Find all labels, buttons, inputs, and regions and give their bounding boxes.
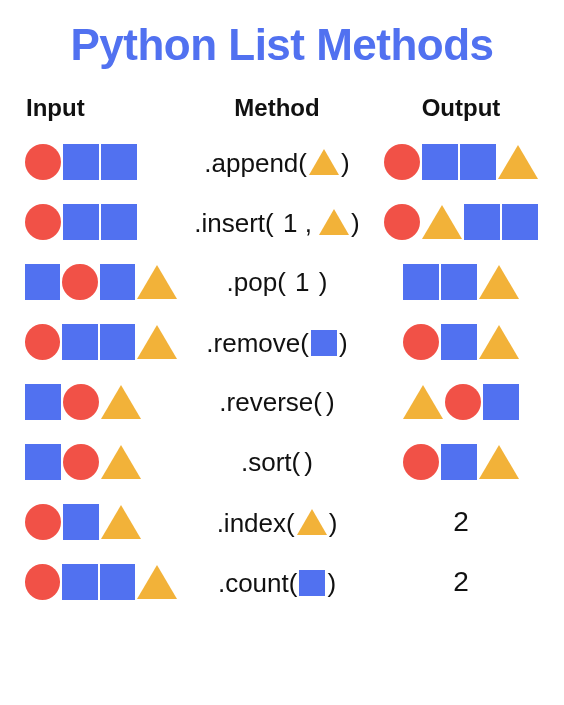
table-row: .index()2 xyxy=(18,492,546,552)
square-icon xyxy=(403,264,439,300)
method-text: .pop( 1 ) xyxy=(227,267,328,298)
circle-icon xyxy=(445,384,481,420)
output-cell: 2 xyxy=(376,566,546,598)
close-paren: ) xyxy=(327,568,336,598)
method-cell: .reverse() xyxy=(178,387,376,418)
square-icon xyxy=(62,324,97,360)
close-paren: ) xyxy=(319,267,328,297)
method-cell: .remove() xyxy=(178,326,376,359)
close-paren: ) xyxy=(341,148,350,178)
square-icon xyxy=(441,444,477,480)
circle-icon xyxy=(403,324,439,360)
method-arg-text: 1 xyxy=(288,267,317,297)
method-cell: .count() xyxy=(178,566,376,599)
open-paren: ( xyxy=(300,328,309,358)
triangle-icon xyxy=(422,205,462,239)
triangle-icon xyxy=(101,445,141,479)
square-icon xyxy=(311,330,337,356)
square-icon xyxy=(63,204,99,240)
triangle-icon xyxy=(101,385,141,419)
page: Python List Methods Input Method Output … xyxy=(0,0,564,612)
circle-icon xyxy=(25,564,60,600)
square-icon xyxy=(100,264,135,300)
input-cell xyxy=(18,564,178,600)
output-cell xyxy=(376,144,546,180)
triangle-icon xyxy=(137,265,177,299)
header-output: Output xyxy=(376,94,546,122)
square-icon xyxy=(101,204,137,240)
method-text: .remove() xyxy=(206,326,347,359)
circle-icon xyxy=(25,324,60,360)
output-text: 2 xyxy=(453,506,469,538)
open-paren: ( xyxy=(292,447,301,477)
circle-icon xyxy=(62,264,97,300)
circle-icon xyxy=(403,444,439,480)
input-cell xyxy=(18,384,178,420)
triangle-icon xyxy=(137,325,177,359)
square-icon xyxy=(464,204,500,240)
method-name: .index xyxy=(217,508,286,538)
close-paren: ) xyxy=(304,447,313,477)
output-cell xyxy=(376,444,546,480)
square-icon xyxy=(460,144,496,180)
circle-icon xyxy=(63,444,99,480)
rows-container: .append().insert( 1 , ).pop( 1 ).remove(… xyxy=(18,132,546,612)
square-icon xyxy=(63,504,99,540)
triangle-icon xyxy=(297,509,327,535)
close-paren: ) xyxy=(351,208,360,238)
triangle-icon xyxy=(101,505,141,539)
circle-icon xyxy=(25,144,61,180)
table-row: .pop( 1 ) xyxy=(18,252,546,312)
output-text: 2 xyxy=(453,566,469,598)
method-name: .insert xyxy=(194,208,265,238)
triangle-icon xyxy=(403,385,443,419)
square-icon xyxy=(441,264,477,300)
method-name: .remove xyxy=(206,328,300,358)
circle-icon xyxy=(25,504,61,540)
input-cell xyxy=(18,264,178,300)
triangle-icon xyxy=(137,565,177,599)
arg-separator: , xyxy=(305,208,319,238)
triangle-icon xyxy=(479,265,519,299)
output-cell: 2 xyxy=(376,506,546,538)
method-cell: .insert( 1 , ) xyxy=(178,206,376,239)
output-cell xyxy=(376,264,546,300)
open-paren: ( xyxy=(265,208,274,238)
square-icon xyxy=(101,144,137,180)
square-icon xyxy=(25,264,60,300)
triangle-icon xyxy=(498,145,538,179)
triangle-icon xyxy=(309,149,339,175)
method-arg-text: 1 xyxy=(276,208,305,238)
method-cell: .index() xyxy=(178,506,376,539)
close-paren: ) xyxy=(339,328,348,358)
header-method: Method xyxy=(178,94,376,122)
table-row: .reverse() xyxy=(18,372,546,432)
method-text: .index() xyxy=(217,506,338,539)
circle-icon xyxy=(384,144,420,180)
triangle-icon xyxy=(479,445,519,479)
square-icon xyxy=(62,564,97,600)
table-row: .remove() xyxy=(18,312,546,372)
square-icon xyxy=(483,384,519,420)
input-cell xyxy=(18,444,178,480)
output-cell xyxy=(376,204,546,240)
table-row: .sort() xyxy=(18,432,546,492)
square-icon xyxy=(25,444,61,480)
circle-icon xyxy=(25,204,61,240)
triangle-icon xyxy=(479,325,519,359)
output-cell xyxy=(376,384,546,420)
open-paren: ( xyxy=(298,148,307,178)
table-row: .count()2 xyxy=(18,552,546,612)
column-headers: Input Method Output xyxy=(18,94,546,122)
input-cell xyxy=(18,324,178,360)
method-name: .count xyxy=(218,568,289,598)
circle-icon xyxy=(384,204,420,240)
method-text: .append() xyxy=(204,146,349,179)
output-cell xyxy=(376,324,546,360)
square-icon xyxy=(422,144,458,180)
method-cell: .sort() xyxy=(178,447,376,478)
square-icon xyxy=(100,324,135,360)
method-name: .sort xyxy=(241,447,292,477)
close-paren: ) xyxy=(326,387,335,417)
square-icon xyxy=(441,324,477,360)
